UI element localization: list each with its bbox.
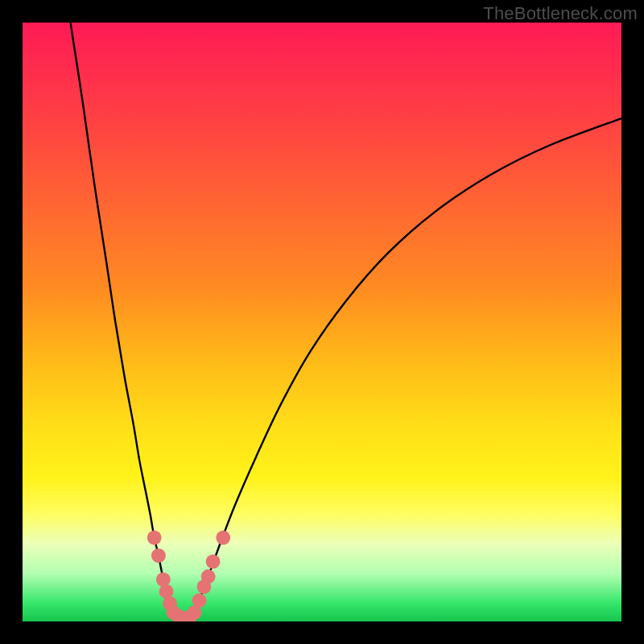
watermark-text: TheBottleneck.com xyxy=(483,3,638,24)
chart-svg xyxy=(23,23,621,621)
outer-frame: TheBottleneck.com xyxy=(0,0,644,644)
data-marker xyxy=(156,572,171,587)
marker-group xyxy=(147,530,230,621)
plot-area xyxy=(23,23,621,621)
curve-right-branch xyxy=(192,118,621,616)
data-marker xyxy=(147,530,162,545)
data-marker xyxy=(216,530,230,545)
data-marker xyxy=(206,555,221,569)
data-marker xyxy=(192,593,207,608)
curve-left-branch xyxy=(71,23,175,616)
data-marker xyxy=(201,569,216,584)
curve-group xyxy=(71,23,621,618)
data-marker xyxy=(151,548,166,563)
